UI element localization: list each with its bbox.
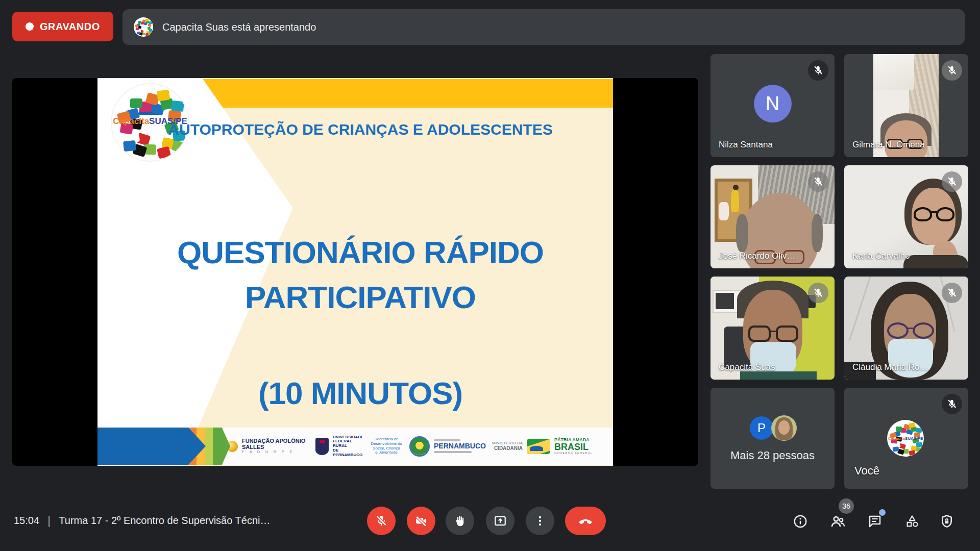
host-controls-button[interactable]	[937, 511, 957, 532]
shield-lock-icon	[939, 514, 954, 529]
presentation-stage[interactable]: CapacitaSUAS/PE AUTOPROTEÇÃO DE CRIANÇAS…	[12, 78, 698, 466]
camera-off-icon	[414, 514, 428, 528]
self-tile-voce[interactable]: CapacitaSUAS/PE Você	[844, 388, 968, 489]
info-icon	[793, 514, 808, 529]
recording-badge-label: GRAVANDO	[40, 21, 100, 33]
overflow-avatar-p: P	[750, 416, 773, 440]
end-call-button[interactable]	[565, 507, 606, 535]
secretaria-text: Secretaria de Desenvolvimento Social, Cr…	[368, 437, 405, 455]
slide-heading-line2: PARTICIPATIVO	[108, 279, 613, 315]
presenting-banner[interactable]: Capacita Suas está apresentando	[122, 9, 965, 45]
self-avatar-capacita-logo: CapacitaSUAS/PE	[887, 420, 924, 457]
raise-hand-button[interactable]	[446, 507, 474, 535]
mic-muted-icon	[942, 171, 962, 192]
chat-notification-dot	[879, 509, 886, 516]
participant-tile-capacita-suas[interactable]: Capacita Suas	[710, 277, 835, 380]
logo-text-suas: SUAS/PE	[149, 116, 187, 126]
ufrpe-crest-icon	[315, 438, 329, 455]
present-screen-icon	[494, 514, 507, 528]
participant-name: José Ricardo Oliv…	[719, 251, 795, 261]
recording-dot-icon	[26, 22, 34, 31]
participant-name: Nilza Santana	[719, 140, 773, 150]
mic-muted-icon	[942, 283, 962, 303]
band-blue-arrow	[97, 428, 206, 465]
mic-muted-icon	[942, 394, 962, 414]
more-options-button[interactable]	[526, 507, 554, 535]
slide-duration: (10 MINUTOS)	[108, 375, 613, 411]
brasil-flag-icon	[527, 439, 550, 454]
overflow-count-label: Mais 28 pessoas	[710, 449, 835, 462]
end-call-icon	[578, 513, 593, 529]
mic-muted-icon	[808, 60, 828, 81]
activities-icon	[904, 514, 920, 529]
meeting-info: 15:04 | Turma 17 - 2º Encontro de Superv…	[14, 513, 270, 528]
presenter-avatar	[134, 17, 153, 37]
logo-text-capacita: Capacita	[113, 116, 149, 126]
mic-toggle-button[interactable]	[367, 507, 396, 535]
mic-muted-icon	[942, 60, 962, 81]
camera-toggle-button[interactable]	[407, 507, 435, 535]
activities-button[interactable]	[902, 511, 922, 532]
overflow-avatar-photo	[771, 415, 797, 441]
pernambuco-coat-of-arms-icon	[409, 436, 430, 457]
participant-tile-gilmara-omena[interactable]: Gilmara N. Omena	[844, 54, 968, 157]
capacita-suas-logo: CapacitaSUAS/PE	[112, 84, 188, 161]
more-options-icon	[533, 514, 547, 528]
meeting-details-button[interactable]	[790, 511, 811, 532]
fadurpe-letters: F A D U R P E	[242, 450, 311, 455]
participant-tile-nilza-santana[interactable]: N Nilza Santana	[710, 54, 835, 157]
participant-name: Cláudia Maria Ro…	[852, 362, 928, 372]
fundacao-name: FUNDAÇÃO APOLÔNIO SALLES	[242, 438, 311, 450]
presenting-banner-text: Capacita Suas está apresentando	[162, 21, 316, 33]
participants-count-badge: 36	[839, 498, 854, 514]
meeting-title: Turma 17 - 2º Encontro de Supervisão Téc…	[59, 515, 270, 527]
participant-tile-claudia-maria[interactable]: Cláudia Maria Ro…	[844, 277, 968, 380]
clock: 15:04	[14, 515, 39, 527]
participant-tile-jose-ricardo[interactable]: José Ricardo Oliv…	[710, 165, 835, 268]
ministerio-text: MINISTÉRIO DA CIDADANIA	[491, 441, 523, 452]
chat-icon	[867, 514, 883, 529]
self-label: Você	[854, 464, 879, 478]
participant-name: Capacita Suas	[719, 362, 775, 372]
mic-muted-icon	[808, 283, 828, 303]
participant-name: Gilmara N. Omena	[852, 140, 925, 150]
overflow-tile-mais-pessoas[interactable]: P Mais 28 pessoas	[710, 388, 835, 489]
present-screen-button[interactable]	[486, 507, 514, 535]
participant-name: Karla Carvalho	[852, 251, 910, 261]
participant-tile-karla-carvalho[interactable]: Karla Carvalho	[844, 165, 968, 268]
people-icon	[830, 513, 846, 530]
slide-gold-band	[183, 79, 613, 108]
raise-hand-icon	[453, 514, 467, 528]
slide-footer-band: FUNDAÇÃO APOLÔNIO SALLES F A D U R P E U…	[97, 428, 613, 465]
patria-amada-text: PÁTRIA AMADA BRASIL GOVERNO FEDERAL	[554, 438, 596, 455]
participants-button[interactable]	[828, 511, 848, 532]
divider: |	[47, 513, 51, 528]
recording-badge[interactable]: GRAVANDO	[12, 12, 113, 41]
mic-off-icon	[375, 514, 388, 528]
slide-footer-logos: FUNDAÇÃO APOLÔNIO SALLES F A D U R P E U…	[223, 428, 613, 465]
mic-muted-icon	[808, 171, 828, 192]
slide-heading-line1: QUESTIONÁRIO RÁPIDO	[108, 234, 613, 270]
shared-slide: CapacitaSUAS/PE AUTOPROTEÇÃO DE CRIANÇAS…	[97, 78, 613, 466]
pernambuco-wordmark: PERNAMBUCO	[434, 442, 487, 450]
initial-avatar: N	[754, 85, 792, 122]
